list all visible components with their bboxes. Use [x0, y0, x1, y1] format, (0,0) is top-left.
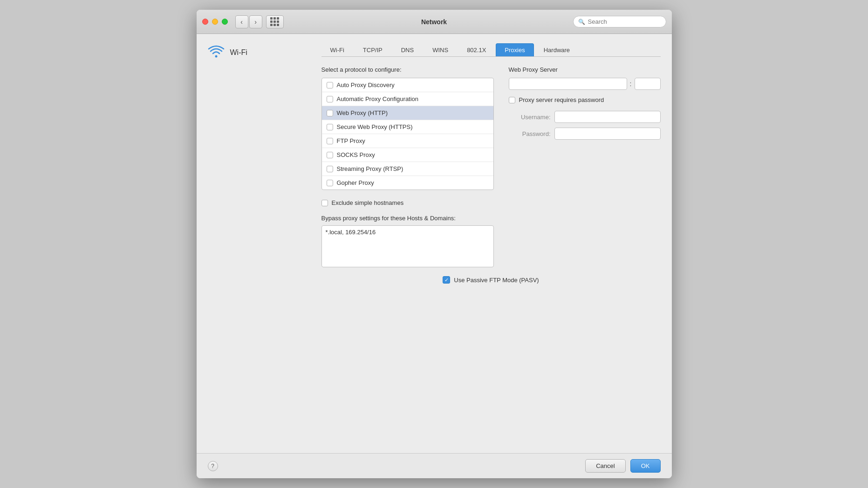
proxy-server-host-input[interactable] [509, 78, 627, 90]
minimize-button[interactable] [212, 19, 218, 25]
exclude-row: Exclude simple hostnames [321, 199, 494, 206]
server-row: : [509, 78, 661, 90]
ok-button[interactable]: OK [630, 459, 661, 473]
checkbox-auto-proxy-discovery[interactable] [327, 82, 333, 88]
username-input[interactable] [554, 111, 661, 123]
password-row: Proxy server requires password [509, 96, 661, 103]
checkbox-web-proxy-http[interactable] [327, 110, 333, 116]
protocol-item-streaming-proxy[interactable]: Streaming Proxy (RTSP) [322, 162, 493, 176]
protocol-item-ftp-proxy[interactable]: FTP Proxy [322, 134, 493, 148]
checkbox-socks-proxy[interactable] [327, 152, 333, 158]
footer-buttons: Cancel OK [585, 459, 660, 473]
bypass-label: Bypass proxy settings for these Hosts & … [321, 215, 494, 222]
checkbox-ftp-proxy[interactable] [327, 138, 333, 144]
back-button[interactable]: ‹ [235, 15, 248, 28]
checkbox-streaming-proxy[interactable] [327, 166, 333, 172]
protocol-label-gopher-proxy: Gopher Proxy [337, 179, 374, 186]
tab-proxies[interactable]: Proxies [496, 43, 533, 56]
cancel-button[interactable]: Cancel [585, 459, 625, 473]
tab-dns[interactable]: DNS [392, 43, 423, 56]
checkbox-gopher-proxy[interactable] [327, 180, 333, 186]
left-column: Select a protocol to configure: Auto Pro… [321, 66, 494, 269]
exclude-checkbox[interactable] [321, 200, 328, 206]
protocol-label-ftp-proxy: FTP Proxy [337, 137, 365, 144]
username-row: Username: [509, 111, 661, 123]
wifi-header: Wi-Fi [208, 43, 310, 61]
sidebar: Wi-Fi [208, 43, 310, 444]
wifi-icon [208, 43, 225, 61]
protocol-item-auto-proxy-discovery[interactable]: Auto Proxy Discovery [322, 78, 493, 92]
pasv-row: ✓ Use Passive FTP Mode (PASV) [321, 276, 661, 284]
colon-separator: : [630, 80, 632, 88]
window-title: Network [421, 18, 447, 26]
tab-tcpip[interactable]: TCP/IP [354, 43, 391, 56]
protocol-item-gopher-proxy[interactable]: Gopher Proxy [322, 176, 493, 190]
password-field-row: Password: [509, 128, 661, 140]
protocol-item-socks-proxy[interactable]: SOCKS Proxy [322, 148, 493, 162]
bottom-section: Exclude simple hostnames Bypass proxy se… [321, 199, 494, 269]
nav-buttons: ‹ › [235, 15, 262, 28]
maximize-button[interactable] [222, 19, 228, 25]
password-input[interactable] [554, 128, 661, 140]
protocol-label-streaming-proxy: Streaming Proxy (RTSP) [337, 165, 403, 172]
forward-button[interactable]: › [249, 15, 262, 28]
content-area: Wi-Fi Wi-Fi TCP/IP DNS WINS 802.1X Proxi… [197, 34, 672, 453]
traffic-lights [202, 19, 228, 25]
bypass-textarea[interactable]: *.local, 169.254/16 [321, 225, 494, 267]
protocol-item-secure-web-proxy[interactable]: Secure Web Proxy (HTTPS) [322, 120, 493, 134]
password-required-checkbox[interactable] [509, 97, 515, 103]
checkbox-secure-web-proxy[interactable] [327, 124, 333, 130]
password-required-label: Proxy server requires password [519, 96, 604, 103]
checkbox-automatic-proxy-config[interactable] [327, 96, 333, 102]
grid-button[interactable] [266, 15, 284, 28]
search-icon: 🔍 [578, 19, 585, 25]
network-window: ‹ › Network 🔍 [197, 10, 672, 478]
proxy-server-section: Web Proxy Server : Proxy server requires… [509, 66, 661, 140]
pasv-checkbox[interactable]: ✓ [443, 276, 450, 284]
tabs: Wi-Fi TCP/IP DNS WINS 802.1X Proxies Har… [321, 43, 661, 57]
protocol-label-web-proxy-http: Web Proxy (HTTP) [337, 109, 388, 116]
tab-wins[interactable]: WINS [424, 43, 457, 56]
main-panel: Wi-Fi TCP/IP DNS WINS 802.1X Proxies Har… [310, 43, 661, 444]
grid-icon [270, 17, 279, 26]
protocol-section-label: Select a protocol to configure: [321, 66, 494, 73]
pasv-checkmark: ✓ [444, 278, 449, 283]
password-label: Password: [509, 130, 551, 137]
footer: ? Cancel OK [197, 453, 672, 478]
svg-point-0 [215, 55, 217, 58]
pasv-label: Use Passive FTP Mode (PASV) [454, 277, 539, 284]
tab-hardware[interactable]: Hardware [535, 43, 579, 56]
search-box[interactable]: 🔍 [573, 16, 666, 27]
tab-8021x[interactable]: 802.1X [458, 43, 495, 56]
search-input[interactable] [588, 18, 661, 25]
tab-wifi[interactable]: Wi-Fi [321, 43, 353, 56]
close-button[interactable] [202, 19, 208, 25]
protocol-label-socks-proxy: SOCKS Proxy [337, 151, 375, 158]
protocol-list: Auto Proxy Discovery Automatic Proxy Con… [321, 78, 494, 190]
right-column: Web Proxy Server : Proxy server requires… [509, 66, 661, 269]
protocol-label-secure-web-proxy: Secure Web Proxy (HTTPS) [337, 123, 413, 130]
proxy-server-port-input[interactable] [635, 78, 661, 90]
titlebar: ‹ › Network 🔍 [197, 10, 672, 34]
protocol-label-automatic-proxy-config: Automatic Proxy Configuration [337, 95, 419, 102]
wifi-label: Wi-Fi [230, 48, 247, 57]
protocol-item-web-proxy-http[interactable]: Web Proxy (HTTP) [322, 106, 493, 120]
proxy-server-title: Web Proxy Server [509, 66, 661, 73]
help-button[interactable]: ? [208, 461, 218, 471]
exclude-label: Exclude simple hostnames [332, 199, 404, 206]
protocol-item-automatic-proxy-config[interactable]: Automatic Proxy Configuration [322, 92, 493, 106]
panel-content: Select a protocol to configure: Auto Pro… [321, 66, 661, 269]
username-label: Username: [509, 114, 551, 121]
protocol-label-auto-proxy-discovery: Auto Proxy Discovery [337, 81, 395, 88]
